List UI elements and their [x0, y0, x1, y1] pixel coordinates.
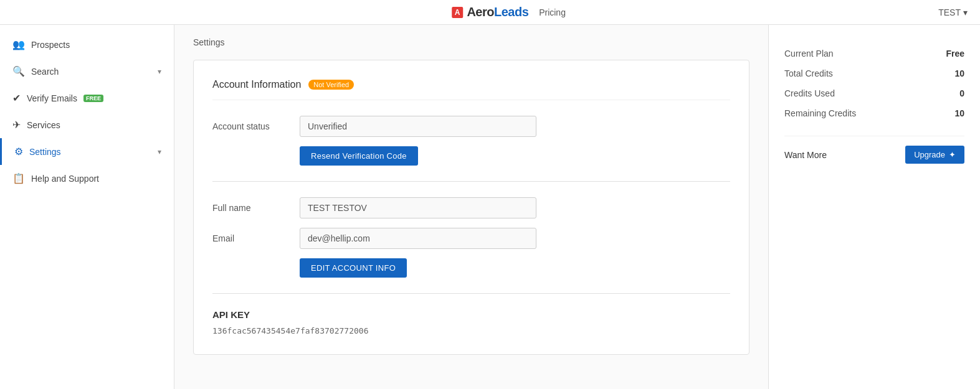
- current-plan-value: Free: [946, 49, 964, 59]
- plan-info-table: Current Plan Free Total Credits 10 Credi…: [784, 44, 964, 123]
- logo-aeroleads: Leads: [494, 5, 528, 19]
- current-plan-label: Current Plan: [784, 49, 834, 59]
- services-icon: ✈: [12, 119, 21, 131]
- email-label: Email: [212, 233, 287, 243]
- help-icon: 📋: [12, 172, 25, 184]
- section-header: Account Information Not Verified: [212, 79, 730, 100]
- full-name-label: Full name: [212, 203, 287, 213]
- edit-account-row: EDIT ACCOUNT INFO: [300, 258, 730, 278]
- edit-account-button[interactable]: EDIT ACCOUNT INFO: [300, 258, 407, 278]
- remaining-credits-row: Remaining Credits 10: [784, 103, 964, 123]
- upgrade-label: Upgrade: [914, 150, 945, 159]
- sidebar-item-help-support[interactable]: 📋 Help and Support: [0, 165, 174, 192]
- sidebar-item-label: Help and Support: [31, 174, 99, 184]
- sidebar-item-prospects[interactable]: 👥 Prospects: [0, 31, 174, 58]
- upgrade-button[interactable]: Upgrade ✦: [905, 146, 964, 164]
- chevron-down-icon: ▾: [158, 148, 161, 156]
- free-badge: FREE: [83, 95, 103, 102]
- pricing-link[interactable]: Pricing: [539, 7, 566, 17]
- sidebar: 👥 Prospects 🔍 Search ▾ ✔ Verify Emails F…: [0, 25, 174, 389]
- layout: 👥 Prospects 🔍 Search ▾ ✔ Verify Emails F…: [0, 25, 980, 389]
- upgrade-star-icon: ✦: [949, 150, 956, 159]
- sidebar-item-label: Verify Emails: [27, 93, 77, 103]
- user-label: TEST: [938, 7, 961, 17]
- logo: A AeroLeads: [452, 5, 529, 19]
- sidebar-item-label: Prospects: [31, 40, 70, 50]
- api-key-value: 136fcac567435454e7faf83702772006: [212, 326, 730, 335]
- verify-icon: ✔: [12, 92, 21, 104]
- total-credits-label: Total Credits: [784, 68, 833, 78]
- total-credits-row: Total Credits 10: [784, 63, 964, 83]
- sidebar-item-search[interactable]: 🔍 Search ▾: [0, 58, 174, 85]
- current-plan-row: Current Plan Free: [784, 44, 964, 63]
- prospects-icon: 👥: [12, 39, 25, 50]
- logo-prefix: Aero: [467, 5, 494, 19]
- api-key-title: API KEY: [212, 309, 730, 320]
- full-name-group: Full name: [212, 197, 730, 218]
- logo-text: AeroLeads: [467, 5, 528, 19]
- logo-icon: A: [452, 7, 464, 18]
- credits-used-value: 0: [959, 88, 964, 98]
- account-info-card: Account Information Not Verified Account…: [193, 60, 749, 355]
- credits-used-row: Credits Used 0: [784, 83, 964, 103]
- breadcrumb: Settings: [193, 37, 749, 47]
- divider: [212, 181, 730, 182]
- sidebar-item-settings[interactable]: ⚙ Settings ▾: [0, 138, 174, 165]
- chevron-down-icon: ▾: [963, 7, 968, 17]
- topnav: A AeroLeads Pricing TEST ▾: [0, 0, 980, 25]
- sidebar-item-label: Settings: [29, 147, 61, 157]
- resend-verification-button[interactable]: Resend Verification Code: [300, 146, 418, 166]
- sidebar-item-services[interactable]: ✈ Services: [0, 111, 174, 138]
- email-group: Email: [212, 228, 730, 249]
- want-more-label: Want More: [784, 150, 827, 160]
- sidebar-item-verify-emails[interactable]: ✔ Verify Emails FREE: [0, 85, 174, 111]
- api-key-section: API KEY 136fcac567435454e7faf83702772006: [212, 309, 730, 335]
- full-name-input[interactable]: [300, 197, 536, 218]
- divider-2: [212, 293, 730, 294]
- user-menu[interactable]: TEST ▾: [938, 7, 968, 17]
- section-title: Account Information: [212, 79, 301, 90]
- account-status-label: Account status: [212, 121, 287, 131]
- sidebar-item-label: Services: [27, 120, 60, 130]
- chevron-down-icon: ▾: [158, 67, 161, 76]
- resend-verification-row: Resend Verification Code: [300, 146, 730, 166]
- right-panel: Current Plan Free Total Credits 10 Credi…: [768, 25, 980, 389]
- remaining-credits-value: 10: [954, 108, 964, 118]
- credits-used-label: Credits Used: [784, 88, 835, 98]
- main-content: Settings Account Information Not Verifie…: [174, 25, 768, 389]
- sidebar-item-label: Search: [31, 67, 59, 77]
- account-status-input[interactable]: [300, 116, 536, 137]
- want-more-row: Want More Upgrade ✦: [784, 136, 964, 164]
- email-input[interactable]: [300, 228, 536, 249]
- settings-icon: ⚙: [14, 146, 23, 157]
- total-credits-value: 10: [954, 68, 964, 78]
- not-verified-badge: Not Verified: [308, 80, 354, 90]
- search-icon: 🔍: [12, 65, 25, 77]
- account-status-group: Account status: [212, 116, 730, 137]
- remaining-credits-label: Remaining Credits: [784, 108, 856, 118]
